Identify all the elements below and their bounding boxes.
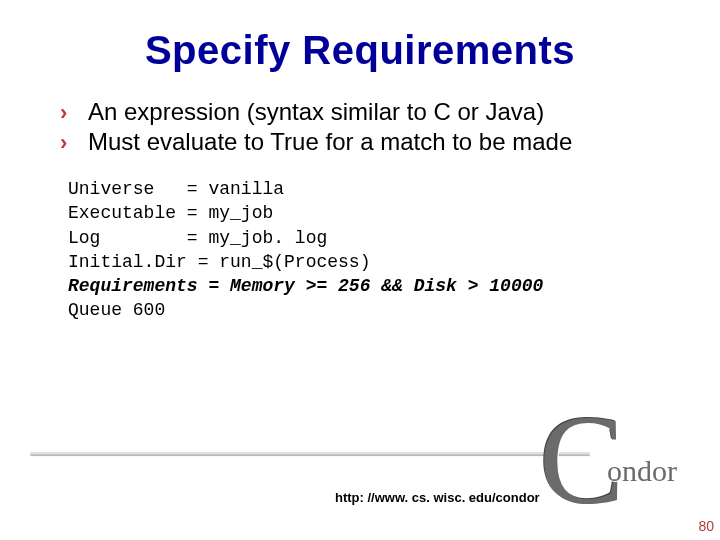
page-number: 80 bbox=[698, 518, 714, 534]
list-item: › An expression (syntax similar to C or … bbox=[60, 97, 720, 127]
horizontal-divider bbox=[30, 450, 590, 456]
bullet-list: › An expression (syntax similar to C or … bbox=[60, 97, 720, 157]
list-item: › Must evaluate to True for a match to b… bbox=[60, 127, 720, 157]
code-line: Executable = my_job bbox=[68, 203, 273, 223]
code-line: Queue 600 bbox=[68, 300, 165, 320]
footer-url: http: //www. cs. wisc. edu/condor bbox=[335, 490, 540, 505]
code-line: Log = my_job. log bbox=[68, 228, 327, 248]
bullet-text: Must evaluate to True for a match to be … bbox=[88, 128, 572, 155]
logo-text: ondor bbox=[607, 454, 677, 488]
code-line: Universe = vanilla bbox=[68, 179, 284, 199]
code-block: Universe = vanilla Executable = my_job L… bbox=[68, 177, 720, 323]
code-line-emphasized: Requirements = Memory >= 256 && Disk > 1… bbox=[68, 276, 543, 296]
code-line: Initial.Dir = run_$(Process) bbox=[68, 252, 370, 272]
slide-title: Specify Requirements bbox=[0, 28, 720, 73]
chevron-icon: › bbox=[60, 129, 67, 157]
bullet-text: An expression (syntax similar to C or Ja… bbox=[88, 98, 544, 125]
condor-logo: C ondor bbox=[547, 410, 702, 520]
chevron-icon: › bbox=[60, 99, 67, 127]
